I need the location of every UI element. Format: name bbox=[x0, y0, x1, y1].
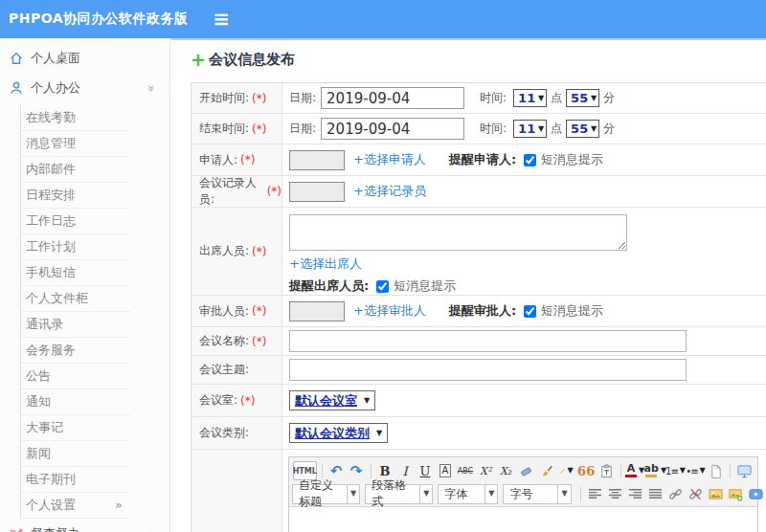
sidebar-item-sms[interactable]: 手机短信 bbox=[21, 260, 130, 286]
strikethrough-button[interactable]: ABC bbox=[457, 461, 475, 480]
align-center-button[interactable] bbox=[606, 484, 624, 503]
sidebar-item-online-attendance[interactable]: 在线考勤 bbox=[21, 105, 130, 131]
editor-content-area[interactable] bbox=[289, 507, 757, 532]
sidebar-item-contacts[interactable]: 通讯录 bbox=[21, 312, 130, 338]
paste-text-button[interactable] bbox=[597, 461, 616, 480]
start-minute-select[interactable]: 55 ▼ bbox=[566, 89, 599, 107]
form-row-recorder: 会议记录人员: (*) +选择记录员 bbox=[192, 176, 766, 208]
media-icon bbox=[749, 487, 763, 501]
field-label: 开始时间: (*) bbox=[192, 83, 282, 113]
sidebar-item-work-log[interactable]: 工作日志 bbox=[21, 209, 130, 234]
font-box-button[interactable]: A bbox=[437, 461, 455, 480]
remove-format-button[interactable] bbox=[517, 461, 535, 480]
sidebar-item-file-cabinet[interactable]: 个人文件柜 bbox=[21, 286, 130, 312]
superscript-button[interactable]: X² bbox=[477, 461, 495, 480]
page-title: + 会议信息发布 bbox=[191, 51, 766, 69]
required-mark: (*) bbox=[252, 122, 266, 136]
fullscreen-button[interactable] bbox=[735, 461, 754, 480]
attendees-textarea[interactable] bbox=[289, 214, 627, 251]
font-box-icon: A bbox=[439, 464, 452, 477]
font-family-select[interactable]: 字体 ▼ bbox=[438, 484, 498, 504]
sidebar-item-e-journal[interactable]: 电子期刊 bbox=[21, 467, 130, 493]
sidebar-item-news[interactable]: 新闻 bbox=[21, 441, 130, 467]
form-row-applicant: 申请人: (*) +选择申请人 提醒申请人: 短消息提示 bbox=[192, 144, 766, 176]
remind-approver-label: 提醒审批人: bbox=[449, 302, 516, 320]
rich-text-editor: HTML ↶ ↷ B I U A ABC X² X₂ bbox=[288, 456, 758, 532]
meeting-topic-input[interactable] bbox=[289, 359, 687, 381]
caret-down-icon: ▼ bbox=[557, 485, 570, 503]
required-mark: (*) bbox=[252, 304, 266, 318]
sidebar-item-notice[interactable]: 通知 bbox=[21, 389, 130, 415]
justify-button[interactable] bbox=[646, 484, 665, 503]
highlight-color-button[interactable]: ab ▼ bbox=[646, 461, 665, 480]
app-title: PHPOA协同办公软件政务版 bbox=[9, 11, 189, 28]
end-minute-select[interactable]: 55 ▼ bbox=[566, 120, 599, 138]
choose-approver-link[interactable]: +选择审批人 bbox=[353, 302, 426, 320]
approver-input[interactable] bbox=[289, 301, 345, 321]
sidebar-item-internal-mail[interactable]: 内部邮件 bbox=[21, 157, 130, 183]
sidebar-item-desktop[interactable]: 个人桌面 bbox=[0, 43, 169, 73]
font-color-button[interactable]: A ▼ bbox=[626, 461, 644, 480]
start-date-input[interactable] bbox=[321, 87, 464, 109]
hamburger-menu-icon[interactable]: ≡ bbox=[214, 10, 231, 30]
choose-recorder-link[interactable]: +选择记录员 bbox=[353, 183, 426, 200]
sidebar-item-message-management[interactable]: 消息管理 bbox=[21, 131, 130, 157]
end-date-input[interactable] bbox=[321, 118, 464, 140]
align-left-button[interactable] bbox=[586, 484, 604, 503]
caret-down-icon: ▼ bbox=[568, 467, 574, 475]
meeting-name-input[interactable] bbox=[289, 330, 687, 352]
field-label: 会议记录人员: (*) bbox=[192, 176, 282, 207]
subscript-button[interactable]: X₂ bbox=[497, 461, 515, 480]
blockquote-button[interactable]: 66 bbox=[577, 461, 596, 480]
required-mark: (*) bbox=[240, 394, 255, 408]
required-mark: (*) bbox=[252, 92, 266, 105]
align-right-button[interactable] bbox=[626, 484, 644, 503]
time-label: 时间: bbox=[480, 121, 507, 137]
end-hour-select[interactable]: 11 ▼ bbox=[513, 120, 547, 138]
applicant-sms-checkbox[interactable] bbox=[524, 154, 536, 166]
ordered-list-button[interactable]: 1≡ ▼ bbox=[666, 461, 685, 480]
hour-unit-label: 点 bbox=[551, 90, 562, 106]
start-hour-select[interactable]: 11 ▼ bbox=[513, 89, 547, 107]
sidebar-item-meeting-service[interactable]: 会务服务 bbox=[21, 338, 130, 364]
quick-format-button[interactable]: ▼ bbox=[557, 461, 575, 480]
link-button[interactable] bbox=[666, 484, 685, 503]
meeting-type-select[interactable]: 默认会议类别 ▼ bbox=[289, 423, 388, 443]
caret-down-icon: ▼ bbox=[347, 485, 359, 503]
redo-button[interactable]: ↷ bbox=[348, 461, 366, 480]
image-icon bbox=[709, 487, 723, 501]
new-page-button[interactable] bbox=[707, 461, 725, 480]
arrow-right-icon: » bbox=[115, 493, 123, 518]
sidebar-item-office[interactable]: 个人办公 » bbox=[0, 73, 169, 102]
sidebar-item-announcement[interactable]: 公告 bbox=[21, 364, 130, 389]
sidebar-submenu: 在线考勤 消息管理 内部邮件 日程安排 工作日志 工作计划 手机短信 个人文件柜… bbox=[20, 105, 169, 519]
caret-down-icon: ▼ bbox=[680, 467, 686, 475]
applicant-input[interactable] bbox=[289, 150, 345, 170]
media-button[interactable] bbox=[747, 484, 765, 503]
net-image-button[interactable] bbox=[727, 484, 745, 503]
bullet-list-icon: •≡ bbox=[686, 466, 697, 477]
heading-select[interactable]: 自定义标题 ▼ bbox=[292, 484, 360, 504]
format-brush-button[interactable] bbox=[537, 461, 555, 480]
bullet-list-button[interactable]: •≡ ▼ bbox=[687, 461, 705, 480]
choose-applicant-link[interactable]: +选择申请人 bbox=[353, 151, 426, 168]
attendees-sms-checkbox[interactable] bbox=[376, 280, 389, 293]
image-button[interactable] bbox=[707, 484, 725, 503]
sidebar-item-memorabilia[interactable]: 大事记 bbox=[21, 415, 130, 441]
approver-sms-checkbox[interactable] bbox=[524, 305, 536, 318]
eraser-icon bbox=[519, 464, 533, 478]
paragraph-format-select[interactable]: 段落格式 ▼ bbox=[365, 484, 433, 504]
sidebar-item-work-plan[interactable]: 工作计划 bbox=[21, 234, 130, 260]
meeting-room-select[interactable]: 默认会议室 ▼ bbox=[289, 390, 375, 410]
sidebar-item-personal-settings[interactable]: 个人设置 » bbox=[21, 493, 130, 519]
sidebar-item-supervise[interactable]: 督查督办 » bbox=[0, 519, 169, 532]
font-size-select[interactable]: 字号 ▼ bbox=[503, 484, 571, 504]
unlink-button[interactable] bbox=[687, 484, 705, 503]
sms-label: 短消息提示 bbox=[541, 151, 603, 168]
sidebar-item-schedule[interactable]: 日程安排 bbox=[21, 183, 130, 209]
choose-attendees-link[interactable]: +选择出席人 bbox=[289, 256, 362, 271]
form-row-meeting-type: 会议类别: 默认会议类别 ▼ bbox=[192, 417, 766, 450]
sidebar-item-label: 个人办公 bbox=[31, 79, 80, 97]
arrow-right-icon: » bbox=[147, 526, 155, 532]
recorder-input[interactable] bbox=[289, 182, 345, 202]
